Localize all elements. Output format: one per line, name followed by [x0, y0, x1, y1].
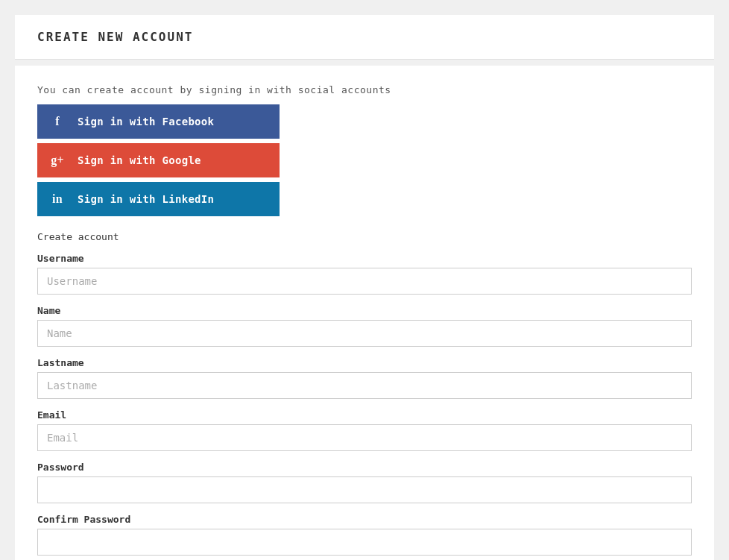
username-label: Username — [37, 253, 692, 264]
linkedin-signin-button[interactable]: in Sign in with LinkedIn — [37, 182, 280, 216]
facebook-signin-button[interactable]: f Sign in with Facebook — [37, 104, 280, 139]
page-wrapper: CREATE NEW ACCOUNT You can create accoun… — [15, 15, 714, 560]
confirm-password-label: Confirm Password — [37, 514, 692, 525]
email-group: Email — [37, 409, 692, 451]
name-input[interactable] — [37, 320, 692, 347]
confirm-password-input[interactable] — [37, 529, 692, 556]
lastname-group: Lastname — [37, 357, 692, 399]
email-label: Email — [37, 409, 692, 421]
password-input[interactable] — [37, 476, 692, 503]
password-group: Password — [37, 462, 692, 503]
google-signin-button[interactable]: g+ Sign in with Google — [37, 143, 280, 177]
linkedin-icon: in — [48, 189, 67, 209]
username-input[interactable] — [37, 268, 692, 295]
email-input[interactable] — [37, 424, 692, 451]
google-btn-label: Sign in with Google — [78, 154, 201, 166]
lastname-label: Lastname — [37, 357, 692, 368]
username-group: Username — [37, 253, 692, 295]
facebook-icon: f — [48, 112, 67, 131]
create-account-label: Create account — [37, 231, 692, 242]
facebook-btn-label: Sign in with Facebook — [78, 116, 214, 128]
linkedin-btn-label: Sign in with LinkedIn — [78, 193, 214, 205]
password-label: Password — [37, 462, 692, 473]
social-intro-text: You can create account by signing in wit… — [37, 84, 692, 95]
main-content: You can create account by signing in wit… — [15, 66, 714, 560]
confirm-password-group: Confirm Password — [37, 514, 692, 556]
google-icon: g+ — [48, 151, 67, 170]
name-group: Name — [37, 305, 692, 347]
header-section: CREATE NEW ACCOUNT — [15, 15, 714, 60]
form-section: Create account Username Name Lastname Em… — [37, 231, 692, 560]
page-title: CREATE NEW ACCOUNT — [37, 30, 692, 44]
name-label: Name — [37, 305, 692, 316]
lastname-input[interactable] — [37, 372, 692, 399]
